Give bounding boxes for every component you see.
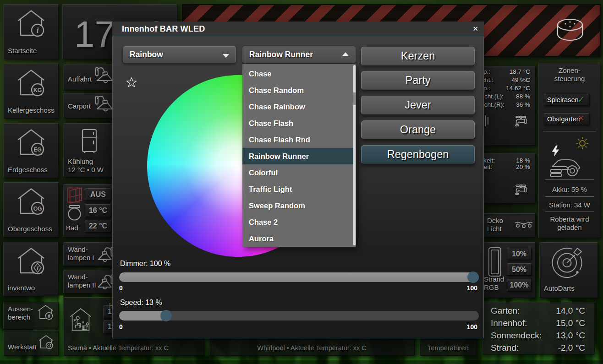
svg-text:i: i — [37, 26, 39, 35]
svg-text:i: i — [37, 265, 38, 272]
svg-text:EG: EG — [33, 147, 41, 153]
svg-text:OG: OG — [33, 206, 42, 212]
svg-text:KG: KG — [33, 87, 42, 93]
